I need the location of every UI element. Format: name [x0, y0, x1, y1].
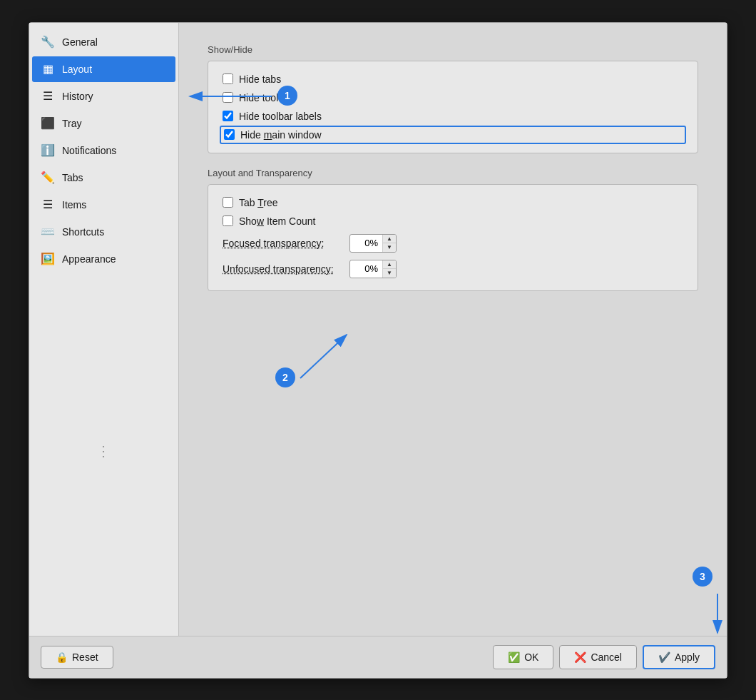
show-item-count-checkbox[interactable] — [223, 215, 233, 226]
apply-icon: ✔️ — [658, 651, 670, 663]
layout-icon: ▦ — [41, 62, 55, 76]
reset-label: Reset — [72, 651, 98, 663]
sidebar-item-history[interactable]: ☰ History — [32, 83, 175, 109]
items-icon: ☰ — [41, 198, 55, 212]
main-content: Show/Hide Hide tabs Hide toolbar Hide to… — [179, 23, 727, 636]
sidebar-item-general[interactable]: 🔧 General — [32, 29, 175, 55]
layout-transparency-title: Layout and Transparency — [208, 168, 698, 178]
show-item-count-underline: w — [257, 215, 264, 227]
layout-transparency-box: Tab Tree Show Item Count Focused transpa… — [208, 184, 698, 291]
hide-main-window-label[interactable]: Hide main window — [240, 129, 322, 141]
sidebar-item-label: Shortcuts — [62, 226, 104, 238]
sidebar-item-items[interactable]: ☰ Items — [32, 192, 175, 218]
ok-button[interactable]: ✅ OK — [493, 645, 553, 669]
hide-main-window-row: Hide main window — [220, 126, 686, 144]
focused-transparency-buttons: ▲ ▼ — [382, 235, 396, 252]
sidebar: 🔧 General ▦ Layout ☰ History ⬛ Tray ℹ️ N… — [29, 23, 179, 636]
settings-dialog: 1 2 3 🔧 General ▦ Layout ☰ History ⬛ Tra… — [29, 22, 727, 679]
unfocused-transparency-down[interactable]: ▼ — [383, 269, 396, 278]
hide-toolbar-checkbox[interactable] — [223, 92, 233, 103]
unfocused-transparency-label: Unfocused transparency: — [223, 263, 344, 275]
unfocused-transparency-row: Unfocused transparency: ▲ ▼ — [220, 256, 686, 282]
unfocused-transparency-spinner: ▲ ▼ — [349, 260, 397, 278]
annotation-3: 3 — [693, 567, 712, 587]
ok-icon: ✅ — [508, 651, 520, 663]
focused-transparency-label: Focused transparency: — [223, 238, 344, 249]
hide-toolbar-labels-label[interactable]: Hide toolbar labels — [239, 111, 322, 122]
cancel-label: Cancel — [591, 651, 622, 663]
hide-toolbar-labels-checkbox[interactable] — [223, 111, 233, 121]
sidebar-item-notifications[interactable]: ℹ️ Notifications — [32, 138, 175, 163]
focused-transparency-down[interactable]: ▼ — [383, 243, 396, 252]
tabs-icon: ✏️ — [41, 171, 55, 185]
tab-tree-label[interactable]: Tab Tree — [239, 197, 278, 208]
focused-transparency-spinner: ▲ ▼ — [349, 234, 397, 253]
sidebar-item-label: History — [62, 91, 93, 102]
reset-icon: 🔒 — [56, 651, 68, 663]
wrench-icon: 🔧 — [41, 35, 55, 49]
sidebar-item-label: Tabs — [62, 172, 83, 183]
tab-tree-row: Tab Tree — [220, 193, 686, 212]
ok-label: OK — [524, 651, 538, 663]
sidebar-item-appearance[interactable]: 🖼️ Appearance — [32, 246, 175, 272]
sidebar-item-label: Layout — [62, 64, 92, 75]
focused-transparency-row: Focused transparency: ▲ ▼ — [220, 230, 686, 256]
apply-button[interactable]: ✔️ Apply — [643, 645, 715, 669]
sidebar-item-tabs[interactable]: ✏️ Tabs — [32, 165, 175, 191]
show-hide-title: Show/Hide — [208, 44, 698, 55]
focused-transparency-up[interactable]: ▲ — [383, 235, 396, 243]
reset-button[interactable]: 🔒 Reset — [41, 646, 113, 669]
dialog-body: 🔧 General ▦ Layout ☰ History ⬛ Tray ℹ️ N… — [29, 23, 727, 636]
sidebar-item-tray[interactable]: ⬛ Tray — [32, 111, 175, 136]
sidebar-divider: ⋮ — [29, 273, 178, 630]
annotation-2: 2 — [275, 367, 295, 387]
show-item-count-row: Show Item Count — [220, 212, 686, 230]
sidebar-item-label: Appearance — [62, 253, 116, 265]
tab-tree-underline: T — [257, 197, 263, 208]
hide-tabs-label[interactable]: Hide tabs — [239, 73, 281, 85]
sidebar-item-label: General — [62, 36, 98, 48]
unfocused-transparency-input[interactable] — [350, 262, 382, 275]
show-item-count-label[interactable]: Show Item Count — [239, 215, 315, 227]
dialog-footer: 🔒 Reset ✅ OK ❌ Cancel ✔️ Apply — [29, 636, 727, 678]
sidebar-item-label: Notifications — [62, 145, 116, 156]
sidebar-item-label: Tray — [62, 118, 81, 129]
history-icon: ☰ — [41, 89, 55, 103]
annotation-1: 1 — [277, 86, 297, 106]
hide-main-window-checkbox[interactable] — [224, 129, 235, 140]
sidebar-item-layout[interactable]: ▦ Layout — [32, 56, 175, 82]
cancel-button[interactable]: ❌ Cancel — [559, 645, 637, 669]
sidebar-item-label: Items — [62, 199, 86, 210]
hide-tabs-checkbox[interactable] — [223, 73, 233, 84]
cancel-icon: ❌ — [574, 651, 586, 663]
footer-right: ✅ OK ❌ Cancel ✔️ Apply — [493, 645, 715, 669]
show-hide-box: Hide tabs Hide toolbar Hide toolbar labe… — [208, 61, 698, 153]
unfocused-transparency-up[interactable]: ▲ — [383, 260, 396, 269]
appearance-icon: 🖼️ — [41, 252, 55, 266]
tray-icon: ⬛ — [41, 116, 55, 131]
shortcuts-icon: ⌨️ — [41, 225, 55, 239]
hide-toolbar-labels-row: Hide toolbar labels — [220, 107, 686, 126]
tab-tree-checkbox[interactable] — [223, 197, 233, 208]
notifications-icon: ℹ️ — [41, 143, 55, 158]
sidebar-item-shortcuts[interactable]: ⌨️ Shortcuts — [32, 219, 175, 245]
unfocused-transparency-buttons: ▲ ▼ — [382, 260, 396, 278]
hide-main-window-underline: m — [264, 129, 272, 141]
focused-transparency-input[interactable] — [350, 236, 382, 250]
apply-label: Apply — [675, 651, 700, 663]
